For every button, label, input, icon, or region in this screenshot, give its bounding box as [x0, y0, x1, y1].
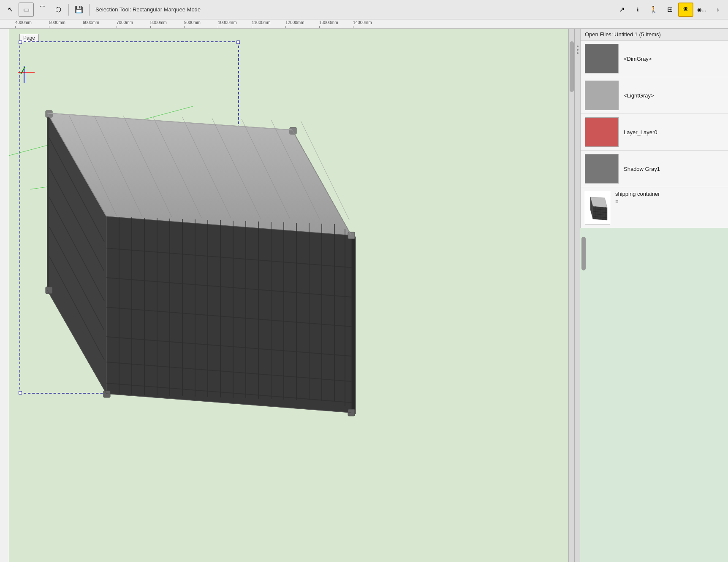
info-tool[interactable]: ℹ — [630, 3, 645, 17]
expand-collapse-handle[interactable] — [574, 29, 580, 562]
style-tool[interactable]: ◉… — [694, 3, 709, 17]
panel-item-lightgray[interactable]: <LightGray> — [581, 77, 728, 114]
svg-marker-57 — [593, 206, 607, 220]
panel-item-layer0[interactable]: Layer_Layer0 — [581, 114, 728, 151]
rect-select-tool[interactable]: ▭ — [19, 3, 34, 17]
materials-panel: Open Files: Untitled 1 (5 Items) <DimGra… — [580, 29, 728, 228]
ruler-tick: 5000mm — [49, 20, 83, 28]
separator1 — [68, 4, 69, 16]
expand-dot — [577, 52, 579, 54]
svg-marker-2 — [47, 113, 49, 291]
swatch-shadowgray — [585, 154, 619, 184]
ruler-tick: 14000mm — [353, 20, 387, 28]
component-info-shipping: shipping container ≡ — [615, 191, 660, 205]
panel-scrollbar-thumb[interactable] — [581, 237, 586, 270]
label-layer0: Layer_Layer0 — [624, 129, 657, 135]
label-shadowgray: Shadow Gray1 — [624, 166, 660, 172]
page-label: Page — [19, 34, 39, 42]
component-thumb-shipping — [585, 191, 610, 224]
ruler-tick: 10000mm — [218, 20, 252, 28]
expand-dot — [577, 46, 579, 47]
right-panel: Open Files: Untitled 1 (5 Items) <DimGra… — [580, 29, 728, 562]
component-name-shipping: shipping container — [615, 191, 660, 197]
label-dimgray: <DimGray> — [624, 56, 652, 62]
lasso-tool[interactable]: ⌒ — [35, 3, 50, 17]
cursor-tool[interactable]: ↗ — [614, 3, 629, 17]
tool-mode-label: Selection Tool: Rectangular Marquee Mode — [95, 6, 201, 13]
ruler-tick: 12000mm — [285, 20, 319, 28]
swatch-lightgray — [585, 81, 619, 110]
ruler-tick: 4000mm — [15, 20, 49, 28]
ruler-tick: 13000mm — [319, 20, 353, 28]
ruler-tick: 11000mm — [252, 20, 285, 28]
view-tool[interactable]: 👁 — [678, 3, 693, 17]
ruler-tick: 8000mm — [150, 20, 184, 28]
panel-item-dimgray[interactable]: <DimGray> — [581, 41, 728, 77]
svg-rect-45 — [290, 127, 296, 134]
arrow-tool[interactable]: ↖ — [3, 3, 18, 17]
svg-marker-4 — [351, 235, 356, 414]
ruler-top: 4000mm 5000mm 6000mm 7000mm 8000mm 9000m… — [0, 19, 728, 29]
canvas-vscroll[interactable] — [568, 29, 574, 562]
poly-lasso-tool[interactable]: ⬡ — [51, 3, 66, 17]
panel-item-shipping-container[interactable]: shipping container ≡ — [581, 187, 728, 228]
separator2 — [89, 4, 90, 16]
canvas-area[interactable]: Page — [9, 29, 568, 562]
ruler-tick: 6000mm — [83, 20, 117, 28]
shipping-container-svg[interactable] — [9, 41, 385, 421]
ruler-left — [0, 29, 9, 562]
component-sub-shipping: ≡ — [615, 199, 660, 205]
panel-item-shadowgray[interactable]: Shadow Gray1 — [581, 151, 728, 187]
save-tool[interactable]: 💾 — [71, 3, 87, 17]
walk-tool[interactable]: 🚶 — [646, 3, 661, 17]
panel-header: Open Files: Untitled 1 (5 Items) — [581, 29, 728, 41]
toolbar-right: ↗ ℹ 🚶 ⊞ 👁 ◉… › — [614, 3, 725, 17]
swatch-dimgray — [585, 44, 619, 73]
swatch-layer0 — [585, 117, 619, 147]
main-content: Page — [0, 29, 728, 562]
expand-right-tool[interactable]: › — [710, 3, 725, 17]
table-tool[interactable]: ⊞ — [662, 3, 677, 17]
ruler-tick: 7000mm — [117, 20, 150, 28]
expand-dot — [577, 49, 579, 51]
vscroll-thumb[interactable] — [570, 41, 574, 92]
ruler-tick: 9000mm — [184, 20, 218, 28]
toolbar: ↖ ▭ ⌒ ⬡ 💾 Selection Tool: Rectangular Ma… — [0, 0, 728, 19]
svg-marker-3 — [106, 216, 351, 413]
label-lightgray: <LightGray> — [624, 92, 654, 99]
